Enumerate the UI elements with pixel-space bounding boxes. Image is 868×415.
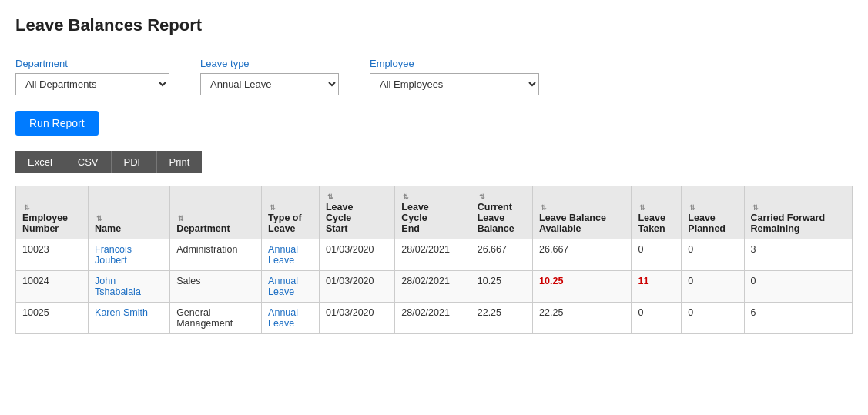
sort-current-balance-icon[interactable]: ⇅ [479, 193, 485, 201]
cell-current-balance: 22.25 [471, 303, 532, 334]
cell-type-of-leave-link[interactable]: Annual Leave [268, 276, 298, 297]
employee-filter: Employee All Employees Francois Joubert … [370, 58, 539, 95]
sort-leave-planned-icon[interactable]: ⇅ [689, 204, 695, 212]
department-select[interactable]: All Departments Administration Sales Gen… [15, 73, 169, 95]
page-title: Leave Balances Report [15, 15, 853, 45]
table-row: 10023Francois JoubertAdministrationAnnua… [16, 239, 853, 271]
col-leave-taken: ⇅LeaveTaken [632, 186, 682, 239]
leave-type-select[interactable]: Annual Leave Sick Leave Unpaid Leave [200, 73, 339, 95]
sort-carried-forward-icon[interactable]: ⇅ [752, 204, 759, 212]
cell-employee-number: 10025 [16, 303, 89, 334]
department-label: Department [15, 58, 169, 69]
sort-employee-number-icon[interactable]: ⇅ [24, 204, 30, 212]
cell-department: General Management [170, 303, 262, 334]
col-leave-planned: ⇅LeavePlanned [682, 186, 744, 239]
col-current-leave-balance: ⇅CurrentLeaveBalance [471, 186, 532, 239]
col-carried-forward: ⇅Carried ForwardRemaining [744, 186, 853, 239]
leave-type-label: Leave type [200, 58, 339, 69]
leave-type-filter: Leave type Annual Leave Sick Leave Unpai… [200, 58, 339, 95]
cell-leave-taken: 0 [632, 303, 682, 334]
col-type-of-leave: ⇅Type ofLeave [262, 186, 320, 239]
cell-type-of-leave-link[interactable]: Annual Leave [268, 307, 298, 329]
csv-button[interactable]: CSV [65, 151, 112, 173]
cell-type-of-leave-link[interactable]: Annual Leave [268, 244, 298, 266]
cell-carried-forward: 3 [744, 239, 853, 271]
cell-type-of-leave[interactable]: Annual Leave [262, 271, 320, 303]
cell-cycle-end: 28/02/2021 [395, 271, 471, 303]
sort-cycle-end-icon[interactable]: ⇅ [403, 193, 409, 201]
cell-balance-available: 26.667 [533, 239, 632, 271]
sort-balance-available-icon[interactable]: ⇅ [541, 204, 547, 212]
cell-name[interactable]: John Tshabalala [89, 271, 170, 303]
col-employee-number: ⇅EmployeeNumber [16, 186, 89, 239]
cell-leave-taken: 11 [632, 271, 682, 303]
cell-department: Sales [170, 271, 262, 303]
filters-section: Department All Departments Administratio… [15, 58, 853, 95]
table-row: 10025Karen SmithGeneral ManagementAnnual… [16, 303, 853, 334]
cell-name[interactable]: Karen Smith [89, 303, 170, 334]
cell-current-balance: 10.25 [471, 271, 532, 303]
cell-balance-available: 10.25 [533, 271, 632, 303]
sort-cycle-start-icon[interactable]: ⇅ [327, 193, 333, 201]
cell-leave-planned: 0 [682, 303, 744, 334]
cell-carried-forward: 6 [744, 303, 853, 334]
employee-label: Employee [370, 58, 539, 69]
run-report-button[interactable]: Run Report [15, 111, 99, 136]
cell-cycle-end: 28/02/2021 [395, 303, 471, 334]
department-filter: Department All Departments Administratio… [15, 58, 169, 95]
cell-leave-taken: 0 [632, 239, 682, 271]
cell-balance-available: 22.25 [533, 303, 632, 334]
leave-balances-table: ⇅EmployeeNumber ⇅Name ⇅Department ⇅Type … [15, 186, 853, 334]
pdf-button[interactable]: PDF [112, 151, 157, 173]
col-leave-balance-available: ⇅Leave BalanceAvailable [533, 186, 632, 239]
cell-employee-number: 10023 [16, 239, 89, 271]
print-button[interactable]: Print [157, 151, 203, 173]
cell-type-of-leave[interactable]: Annual Leave [262, 239, 320, 271]
table-row: 10024John TshabalalaSalesAnnual Leave01/… [16, 271, 853, 303]
cell-department: Administration [170, 239, 262, 271]
cell-cycle-start: 01/03/2020 [319, 271, 394, 303]
cell-current-balance: 26.667 [471, 239, 532, 271]
col-name: ⇅Name [89, 186, 170, 239]
cell-employee-number: 10024 [16, 271, 89, 303]
cell-leave-planned: 0 [682, 239, 744, 271]
col-department: ⇅Department [170, 186, 262, 239]
cell-cycle-start: 01/03/2020 [319, 239, 394, 271]
cell-carried-forward: 0 [744, 271, 853, 303]
cell-leave-planned: 0 [682, 271, 744, 303]
sort-department-icon[interactable]: ⇅ [178, 215, 184, 223]
table-header-row: ⇅EmployeeNumber ⇅Name ⇅Department ⇅Type … [16, 186, 853, 239]
sort-type-of-leave-icon[interactable]: ⇅ [270, 204, 276, 212]
col-leave-cycle-start: ⇅LeaveCycleStart [319, 186, 394, 239]
col-leave-cycle-end: ⇅LeaveCycleEnd [395, 186, 471, 239]
cell-name-link[interactable]: Karen Smith [95, 307, 148, 318]
cell-type-of-leave[interactable]: Annual Leave [262, 303, 320, 334]
cell-cycle-end: 28/02/2021 [395, 239, 471, 271]
excel-button[interactable]: Excel [15, 151, 65, 173]
cell-name-link[interactable]: John Tshabalala [95, 276, 141, 297]
sort-leave-taken-icon[interactable]: ⇅ [639, 204, 645, 212]
cell-name-link[interactable]: Francois Joubert [95, 244, 132, 266]
cell-cycle-start: 01/03/2020 [319, 303, 394, 334]
employee-select[interactable]: All Employees Francois Joubert John Tsha… [370, 73, 539, 95]
sort-name-icon[interactable]: ⇅ [96, 215, 102, 223]
cell-name[interactable]: Francois Joubert [89, 239, 170, 271]
export-buttons-group: Excel CSV PDF Print [15, 151, 853, 173]
